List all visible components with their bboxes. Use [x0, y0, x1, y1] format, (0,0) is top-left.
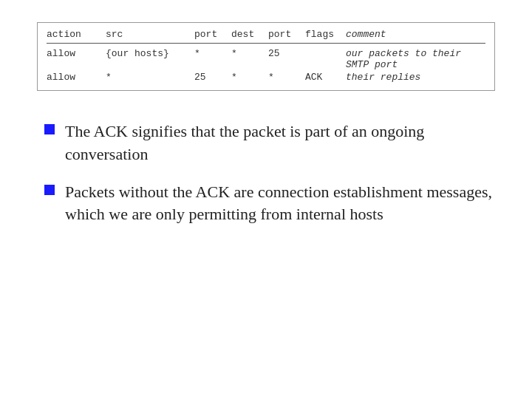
- row1-port2: 25: [268, 48, 305, 70]
- col-header-port2: port: [268, 29, 305, 40]
- col-header-src: src: [106, 29, 194, 40]
- table-header-row: action src port dest port flags comment: [47, 29, 485, 44]
- col-header-flags: flags: [305, 29, 346, 40]
- bullet-icon-2: [44, 185, 55, 195]
- row1-flags: [305, 48, 346, 70]
- row2-port2: *: [268, 72, 305, 83]
- bullet-icon-1: [44, 124, 55, 134]
- row2-action: allow: [47, 72, 106, 83]
- row1-src: {our hosts}: [106, 48, 194, 70]
- row1-port1: *: [194, 48, 231, 70]
- table-row: allow {our hosts} * * 25 our packets to …: [47, 48, 485, 70]
- bullet-text-2: Packets without the ACK are connection e…: [65, 181, 495, 227]
- col-header-comment: comment: [346, 29, 485, 40]
- bullet-item-1: The ACK signifies that the packet is par…: [44, 120, 495, 166]
- row2-comment: their replies: [346, 72, 485, 83]
- bullet-section: The ACK signifies that the packet is par…: [37, 120, 495, 226]
- row1-action: allow: [47, 48, 106, 70]
- row1-dest: *: [231, 48, 268, 70]
- row2-flags: ACK: [305, 72, 346, 83]
- col-header-dest: dest: [231, 29, 268, 40]
- row2-port1: 25: [194, 72, 231, 83]
- firewall-table: action src port dest port flags comment …: [37, 22, 495, 91]
- col-header-port1: port: [194, 29, 231, 40]
- slide-container: action src port dest port flags comment …: [0, 0, 532, 399]
- bullet-item-2: Packets without the ACK are connection e…: [44, 181, 495, 227]
- row2-dest: *: [231, 72, 268, 83]
- row1-comment: our packets to their SMTP port: [346, 48, 485, 70]
- bullet-text-1: The ACK signifies that the packet is par…: [65, 120, 495, 166]
- table-row: allow * 25 * * ACK their replies: [47, 72, 485, 83]
- row2-src: *: [106, 72, 194, 83]
- col-header-action: action: [47, 29, 106, 40]
